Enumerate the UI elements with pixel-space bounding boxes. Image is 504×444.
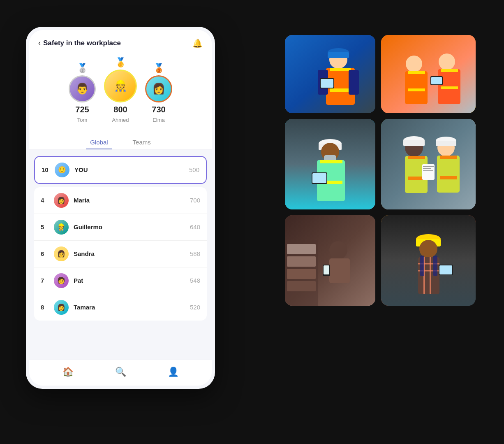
tab-global[interactable]: Global [86,135,112,149]
tamara-avatar: 👩 [54,300,69,315]
svg-rect-35 [403,140,425,146]
you-label: YOU [74,166,184,173]
svg-rect-11 [381,35,476,113]
svg-rect-43 [440,156,457,159]
photo-card-4 [381,119,476,209]
maria-avatar: 👩 [54,193,69,208]
ahmed-name: Ahmed [112,117,129,123]
list-item: 8 👩 Tamara 520 [34,294,207,321]
tabs-container: Global Teams [29,131,212,149]
svg-rect-3 [330,68,351,71]
list-item: 4 👩 Maria 700 [34,187,207,214]
you-avatar: 🙂 [55,163,69,177]
podium-second: 🥈 👨 725 Tom [69,64,96,123]
svg-rect-69 [433,256,437,276]
svg-rect-10 [321,79,333,88]
ahmed-score: 800 [113,105,127,114]
svg-rect-53 [324,265,329,274]
svg-rect-6 [349,70,359,95]
silver-medal: 🥈 [77,64,88,73]
header-left: ‹ Safety in the workplace [38,39,121,47]
nav-home[interactable]: 🏠 [62,367,74,377]
svg-rect-44 [440,176,457,179]
svg-rect-68 [420,256,424,276]
tom-avatar: 👨 [70,77,95,101]
list-rows: 4 👩 Maria 700 5 👷 Guillermo 640 6 👩 [34,187,207,321]
page-title: Safety in the workplace [43,39,121,47]
photo-card-5 [285,215,375,306]
svg-rect-56 [287,256,316,267]
svg-rect-13 [405,71,428,104]
photo-card-2 [381,35,476,113]
gold-medal: 🥇 [115,58,126,67]
tamara-score: 520 [190,304,200,311]
rank-5: 5 [41,223,49,230]
rank-8: 8 [41,304,49,311]
sandra-score: 588 [190,250,200,257]
svg-rect-8 [328,52,349,58]
svg-point-62 [419,240,437,258]
photo-card-1 [285,35,375,113]
tab-teams[interactable]: Teams [129,135,155,149]
bottom-nav: 🏠 🔍 👤 [29,360,212,386]
podium-section: 🥈 👨 725 Tom 🥇 👷 800 Ahmed [29,54,212,131]
you-score: 500 [189,166,199,173]
svg-point-50 [329,241,347,259]
svg-rect-4 [330,88,351,92]
svg-rect-14 [408,71,425,74]
list-item: 6 👩 Sandra 588 [34,241,207,267]
svg-rect-46 [423,166,434,167]
podium-first: 🥇 👷 800 Ahmed [104,58,137,123]
bell-icon[interactable]: 🔔 [192,38,203,48]
elma-name: Elma [153,117,165,123]
sandra-name: Sandra [74,250,185,257]
back-button[interactable]: ‹ [38,39,41,47]
bronze-medal: 🥉 [153,64,164,73]
ahmed-avatar: 👷 [105,71,136,101]
svg-rect-18 [441,69,458,72]
guillermo-avatar: 👷 [54,220,69,235]
svg-rect-42 [437,156,460,193]
tom-name: Tom [77,117,88,123]
leaderboard: 10 🙂 YOU 500 4 👩 Maria 700 5 👷 [29,149,212,360]
you-rank: 10 [42,166,50,173]
pat-name: Pat [74,277,185,284]
elma-score: 730 [152,105,165,114]
tom-avatar-ring: 👨 [69,75,96,102]
svg-rect-71 [439,265,452,274]
tamara-name: Tamara [74,304,185,311]
rank-7: 7 [41,277,49,284]
svg-point-12 [406,56,422,72]
sandra-avatar: 👩 [54,246,69,261]
guillermo-name: Guillermo [74,223,185,230]
maria-score: 700 [190,197,200,204]
svg-rect-48 [423,170,433,171]
svg-point-16 [439,53,455,70]
you-row: 10 🙂 YOU 500 [34,156,207,184]
photo-card-6 [381,215,476,306]
svg-rect-57 [287,269,316,279]
phone: ‹ Safety in the workplace 🔔 🥈 👨 725 Tom [26,27,215,389]
elma-avatar: 👩 [146,77,171,101]
podium-third: 🥉 👩 730 Elma [145,64,172,123]
rank-4: 4 [41,197,49,204]
nav-profile[interactable]: 👤 [168,367,179,377]
svg-rect-37 [408,156,425,159]
nav-search[interactable]: 🔍 [115,367,126,377]
app-header: ‹ Safety in the workplace 🔔 [29,30,212,54]
svg-rect-28 [320,160,342,163]
tom-score: 725 [75,105,89,114]
list-item: 5 👷 Guillermo 640 [34,214,207,241]
svg-rect-58 [287,281,316,291]
profile-icon: 👤 [168,367,179,377]
rank-6: 6 [41,250,49,257]
svg-rect-41 [436,141,456,146]
home-icon: 🏠 [62,367,74,377]
pat-avatar: 🧑 [54,273,69,288]
photo-grid [285,35,478,306]
guillermo-score: 640 [190,223,200,230]
svg-rect-21 [431,77,442,84]
phone-inner: ‹ Safety in the workplace 🔔 🥈 👨 725 Tom [29,30,212,386]
photo-card-3 [285,119,375,209]
svg-rect-31 [312,173,326,183]
